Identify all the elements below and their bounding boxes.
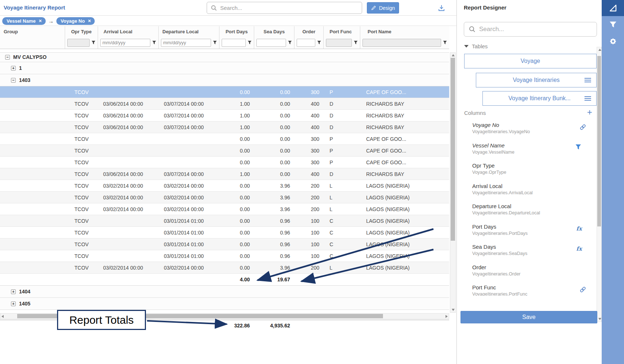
save-button[interactable]: Save bbox=[461, 311, 597, 323]
designer-column-port-days[interactable]: Port DaysVoyageItineraries.PortDaysfx bbox=[457, 222, 597, 243]
table-row[interactable]: TCOV03/06/2014 00:0003/07/2014 00:001.00… bbox=[0, 110, 449, 121]
menu-icon[interactable] bbox=[584, 96, 591, 102]
scroll-down-arrow-icon[interactable] bbox=[452, 309, 455, 311]
table-row[interactable]: TCOV0.000.00300PCAPE OF GOO... bbox=[0, 133, 449, 145]
cell-order: 100 bbox=[294, 250, 324, 262]
filter-funnel-icon[interactable] bbox=[248, 41, 252, 45]
column-name: Port Func bbox=[472, 283, 597, 290]
table-row[interactable]: TCOV03/02/2014 00:0003/02/2014 00:000.00… bbox=[0, 203, 449, 215]
design-button[interactable]: Design bbox=[367, 2, 399, 14]
filter-funnel-icon[interactable] bbox=[91, 41, 95, 45]
close-icon[interactable]: ✕ bbox=[39, 19, 42, 23]
designer-search[interactable] bbox=[464, 22, 597, 37]
cell-opr-type: TCOV bbox=[65, 239, 98, 250]
formula-icon[interactable]: fx bbox=[576, 225, 582, 232]
collapse-icon[interactable]: − bbox=[11, 78, 16, 83]
table-row[interactable]: TCOV03/01/2014 01:000.000.96100CLAGOS (N… bbox=[0, 250, 449, 262]
table-row[interactable]: TCOV03/02/2014 00:0003/02/2014 00:000.00… bbox=[0, 192, 449, 203]
filter-input-seadays[interactable] bbox=[256, 39, 286, 47]
add-column-icon[interactable]: + bbox=[587, 108, 592, 117]
designer-column-opr-type[interactable]: Opr TypeVoyage.OprType bbox=[457, 161, 597, 182]
table-row[interactable]: TCOV03/02/2014 00:0003/02/2014 00:000.00… bbox=[0, 262, 449, 274]
close-icon[interactable]: ✕ bbox=[88, 19, 91, 23]
table-row[interactable]: TCOV0.000.00300PCAPE OF GOO... bbox=[0, 145, 449, 157]
gear-icon[interactable] bbox=[602, 37, 624, 46]
table-row[interactable]: TCOV03/06/2014 00:0003/07/2014 00:001.00… bbox=[0, 98, 449, 110]
link-icon[interactable] bbox=[579, 286, 586, 294]
cell-sea-days: 0.96 bbox=[254, 239, 294, 250]
scroll-up-arrow-icon[interactable] bbox=[452, 54, 455, 56]
designer-search-input[interactable] bbox=[479, 26, 592, 33]
designer-column-departure-local[interactable]: Departure LocalVoyageItineraries.Departu… bbox=[457, 202, 597, 222]
table-row[interactable]: TCOV03/01/2014 01:000.000.96100CLAGOS (N… bbox=[0, 215, 449, 227]
filter-input-portdays[interactable] bbox=[222, 39, 246, 47]
table-row[interactable]: TCOV0.000.00300PCAPE OF GOO... bbox=[0, 86, 449, 98]
scroll-right-arrow-icon[interactable] bbox=[446, 315, 448, 318]
filter-funnel-icon[interactable] bbox=[354, 41, 358, 45]
scroll-up-arrow-icon[interactable] bbox=[598, 49, 601, 51]
designer-column-vessel-name[interactable]: Vessel NameVoyage.VesselName bbox=[457, 141, 597, 162]
cell-port-name: LAGOS (NIGERIA) bbox=[360, 227, 449, 238]
expand-icon[interactable]: + bbox=[11, 289, 16, 294]
designer-column-arrival-local[interactable]: Arrival LocalVoyageItineraries.ArrivalLo… bbox=[457, 182, 597, 202]
global-search-input[interactable] bbox=[220, 5, 358, 11]
table-box-voyage-itineraries[interactable]: Voyage Itineraries bbox=[476, 73, 597, 87]
table-box-voyage-itinerary-bunk-[interactable]: Voyage Itinerary Bunk... bbox=[482, 91, 597, 106]
filter-icon[interactable] bbox=[575, 144, 581, 151]
group-row-1[interactable]: +1 bbox=[0, 62, 449, 74]
filter-input-order[interactable] bbox=[297, 39, 315, 47]
table-row[interactable]: TCOV03/02/2014 00:0003/02/2014 00:000.00… bbox=[0, 180, 449, 192]
table-row[interactable]: TCOV03/06/2014 00:0003/07/2014 00:001.00… bbox=[0, 121, 449, 133]
scroll-down-arrow-icon[interactable] bbox=[598, 318, 601, 320]
cell-opr-type: TCOV bbox=[65, 145, 98, 156]
vertical-scroll-thumb[interactable] bbox=[451, 58, 455, 241]
cell-departure-local bbox=[159, 133, 219, 145]
designer-column-order[interactable]: OrderVoyageItineraries.Order bbox=[457, 263, 597, 284]
column-header-portname: Port Name bbox=[360, 26, 449, 37]
filter-funnel-icon[interactable] bbox=[317, 41, 321, 45]
grid-vertical-scrollbar[interactable] bbox=[450, 52, 456, 313]
expand-icon[interactable]: + bbox=[11, 66, 16, 71]
group-row-mv-calypso[interactable]: −MV CALYPSO bbox=[0, 52, 449, 62]
table-row[interactable]: TCOV03/01/2014 01:000.000.96100CLAGOS (N… bbox=[0, 239, 449, 250]
cell-opr-type: TCOV bbox=[65, 192, 98, 203]
download-icon[interactable] bbox=[436, 3, 447, 13]
filter-input-dep[interactable] bbox=[161, 39, 211, 47]
filter-funnel-icon[interactable] bbox=[152, 41, 156, 45]
table-row[interactable]: TCOV03/01/2014 01:000.000.96100CLAGOS (N… bbox=[0, 227, 449, 239]
filter-funnel-icon[interactable] bbox=[288, 41, 292, 45]
table-row[interactable]: TCOV0.000.00300PCAPE OF GOO... bbox=[0, 157, 449, 168]
cell-departure-local: 03/01/2014 01:00 bbox=[159, 227, 219, 238]
table-box-voyage[interactable]: Voyage bbox=[464, 54, 597, 68]
designer-column-port-func[interactable]: Port FuncVoyageItineraries.PortFunc bbox=[457, 283, 597, 296]
panel-scrollbar[interactable] bbox=[597, 47, 602, 322]
collapse-icon[interactable]: − bbox=[5, 55, 10, 60]
global-search[interactable] bbox=[207, 2, 362, 14]
table-row[interactable]: TCOV03/06/2014 00:0003/07/2014 00:001.00… bbox=[0, 168, 449, 180]
designer-column-sea-days[interactable]: Sea DaysVoyageItineraries.SeaDaysfx bbox=[457, 243, 597, 263]
group-chip-voyage-no[interactable]: Voyage No ✕ bbox=[56, 17, 95, 25]
filter-opr bbox=[65, 37, 98, 49]
designer-column-voyage-no[interactable]: Voyage NoVoyageItineraries.VoyageNo bbox=[457, 121, 597, 141]
filter-funnel-icon[interactable] bbox=[213, 41, 217, 45]
column-name: Voyage No bbox=[472, 121, 597, 128]
column-header-dep: Departure Local bbox=[159, 26, 219, 37]
columns-label: Columns bbox=[464, 110, 486, 116]
tables-section-toggle[interactable]: Tables bbox=[464, 43, 488, 49]
column-name: Order bbox=[472, 263, 597, 270]
group-row-1404[interactable]: +1404 bbox=[0, 286, 449, 298]
formula-icon[interactable]: fx bbox=[576, 245, 582, 252]
link-icon[interactable] bbox=[579, 124, 586, 132]
filter-input-arr[interactable] bbox=[100, 39, 150, 47]
menu-icon[interactable] bbox=[584, 78, 591, 83]
expand-icon[interactable]: + bbox=[11, 301, 16, 306]
group-row-1403[interactable]: −1403 bbox=[0, 74, 449, 86]
scroll-left-arrow-icon[interactable] bbox=[1, 315, 4, 318]
cell-order: 200 bbox=[294, 192, 324, 203]
panel-scroll-thumb[interactable] bbox=[597, 56, 601, 226]
filter-funnel-icon[interactable] bbox=[443, 41, 447, 45]
group-row-1405[interactable]: +1405 bbox=[0, 298, 449, 310]
design-mode-icon[interactable] bbox=[602, 0, 624, 16]
filter-icon[interactable] bbox=[602, 20, 624, 29]
group-chip-vessel-name[interactable]: Vessel Name ✕ bbox=[2, 17, 46, 25]
